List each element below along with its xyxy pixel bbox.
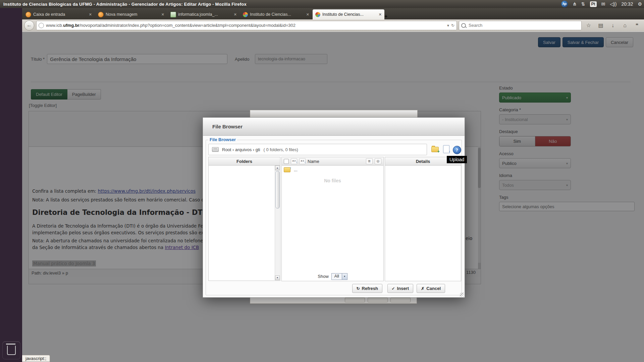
trash-launcher[interactable] — [2, 341, 20, 359]
page-icon — [170, 12, 176, 17]
file-browser-dialog: File Browser File Browser Root › arquivo… — [203, 117, 465, 298]
breadcrumb: Root › arquivos › gti ( 0 folders, 0 fil… — [208, 144, 427, 155]
folder-up-icon — [284, 167, 290, 172]
tree-scrollbar-thumb[interactable] — [275, 171, 280, 208]
underlying-dialog-edge — [250, 110, 418, 118]
parent-folder-label: ... — [294, 167, 298, 172]
upload-button[interactable]: ↑ — [441, 144, 451, 154]
up-arrow-icon: ↑ — [448, 149, 451, 154]
new-tab-button[interactable]: + — [384, 13, 387, 19]
cross-icon: ✗ — [421, 286, 424, 291]
new-folder-button[interactable]: + — [430, 144, 440, 155]
workspace-crane-icon[interactable]: ⋔ — [573, 0, 577, 8]
url-text[interactable]: www.icb.ufmg.br/novoportal/administrator… — [46, 23, 445, 28]
bookmarks-menu-icon[interactable]: ▤ — [596, 22, 606, 28]
url-domain: ufmg.br — [63, 23, 79, 28]
browser-tab[interactable]: Nova mensagem✕ — [95, 9, 167, 19]
upload-icon: ↑ — [443, 145, 449, 153]
search-bar[interactable] — [459, 21, 582, 30]
files-panel: a·z a·z Name ≣ ◎ ... No files — [281, 157, 384, 272]
tab-close-icon[interactable]: ✕ — [306, 12, 309, 17]
check-icon: ✓ — [392, 286, 395, 291]
upload-tooltip: Upload — [447, 156, 467, 163]
site-identity-icon[interactable] — [39, 23, 44, 28]
cancel-dialog-button[interactable]: ✗Cancel — [417, 284, 445, 293]
bookmark-star-icon[interactable]: ☆ — [584, 22, 594, 28]
tree-scrollbar[interactable]: ▲ ▼ — [275, 166, 280, 280]
details-footer-strip — [385, 272, 461, 281]
insert-button[interactable]: ✓Insert — [387, 284, 413, 293]
tab-title: informatica:joomla_... — [178, 12, 232, 17]
folders-panel: Folders ▲ ▼ — [208, 157, 280, 281]
url-prefix: www.icb. — [46, 23, 63, 28]
show-value: All — [332, 274, 342, 279]
chat-icon[interactable]: ❝ — [632, 22, 642, 28]
breadcrumb-path[interactable]: Root › arquivos › gti — [222, 147, 260, 152]
search-files-icon[interactable]: ◎ — [375, 158, 381, 164]
hidden-button — [345, 298, 365, 302]
back-button[interactable]: ← — [24, 20, 34, 31]
downloads-icon[interactable]: ↓ — [608, 22, 618, 28]
underlying-dialog-edge — [250, 297, 417, 304]
show-bar: Show All ▾ — [281, 272, 384, 281]
plus-icon: + — [437, 149, 440, 154]
browser-tab[interactable]: informatica:joomla_...✕ — [168, 9, 239, 19]
tab-close-icon[interactable]: ✕ — [89, 12, 92, 17]
trash-icon — [7, 346, 16, 355]
tab-strip: Caixa de entrada✕Nova mensagem✕informati… — [22, 8, 644, 19]
home-icon[interactable]: ⌂ — [620, 22, 630, 28]
keyboard-layout-indicator[interactable]: Pt — [590, 1, 597, 7]
select-all-checkbox[interactable] — [284, 159, 289, 164]
network-arrows-icon[interactable]: ⇅ — [581, 0, 585, 8]
browser-tab[interactable]: Caixa de entrada✕ — [23, 9, 95, 19]
page-viewport: Salvar Salvar & Fechar Cancelar Título *… — [22, 32, 644, 362]
tab-close-icon[interactable]: ✕ — [161, 12, 164, 17]
show-select[interactable]: All ▾ — [331, 273, 347, 280]
tab-title: Nova mensagem — [106, 12, 159, 17]
breadcrumb-info: ( 0 folders, 0 files) — [263, 147, 298, 152]
browser-tab[interactable]: Instituto de Ciencias...✕ — [313, 9, 384, 19]
browser-tab[interactable]: Instituto de Ciencias...✕ — [240, 9, 312, 19]
listview-icon[interactable]: ≣ — [366, 158, 373, 164]
joomla-icon — [315, 12, 320, 17]
dialog-title-bar[interactable]: File Browser — [203, 118, 465, 136]
search-input[interactable] — [468, 22, 579, 28]
hidden-button — [368, 298, 388, 302]
dialog-title: File Browser — [212, 124, 243, 129]
parent-folder-row[interactable]: ... — [284, 167, 298, 172]
tab-close-icon[interactable]: ✕ — [234, 12, 237, 17]
dialog-resize-handle[interactable] — [460, 293, 464, 297]
status-popup: javascript:; — [22, 355, 50, 362]
folders-header: Folders — [209, 157, 280, 166]
reload-icon[interactable]: ↻ — [451, 23, 454, 28]
refresh-button[interactable]: ↻Refresh — [352, 284, 382, 293]
hp-logo-icon[interactable]: hp — [561, 1, 568, 7]
scroll-up-icon[interactable]: ▲ — [275, 166, 280, 170]
desktop-top-bar: Instituto de Ciencias Biologicas da UFMG… — [0, 0, 644, 8]
scroll-down-icon[interactable]: ▼ — [275, 276, 280, 280]
mail-icon — [98, 12, 104, 17]
url-dropdown-icon[interactable]: ▾ — [447, 23, 449, 28]
refresh-label: Refresh — [362, 286, 378, 291]
mail-icon — [25, 12, 31, 17]
volume-icon[interactable]: ◁)) — [610, 0, 616, 8]
insert-label: Insert — [397, 286, 409, 291]
tab-title: Instituto de Ciencias... — [250, 12, 304, 17]
joomla-icon — [243, 12, 248, 17]
sort-asc-icon[interactable]: a·z — [291, 158, 297, 164]
new-folder-icon: + — [431, 147, 439, 152]
refresh-icon: ↻ — [357, 286, 360, 291]
drive-icon — [212, 147, 219, 152]
mail-envelope-icon[interactable]: ✉ — [601, 0, 605, 8]
screen: Instituto de Ciencias Biologicas da UFMG… — [0, 0, 644, 362]
system-tray: hp ⋔ ⇅ Pt ✉ ◁)) 20:32 ⚙ — [561, 0, 642, 8]
help-button[interactable]: ? — [452, 145, 462, 155]
unity-launcher — [0, 8, 22, 362]
url-bar[interactable]: www.icb.ufmg.br/novoportal/administrator… — [36, 21, 457, 30]
tab-close-icon[interactable]: ✕ — [379, 12, 382, 17]
sort-desc-icon[interactable]: a·z — [299, 158, 306, 164]
name-column-header[interactable]: Name — [308, 159, 364, 164]
clock[interactable]: 20:32 — [621, 1, 633, 7]
power-gear-icon[interactable]: ⚙ — [638, 0, 642, 8]
chevron-down-icon: ▾ — [342, 274, 347, 280]
